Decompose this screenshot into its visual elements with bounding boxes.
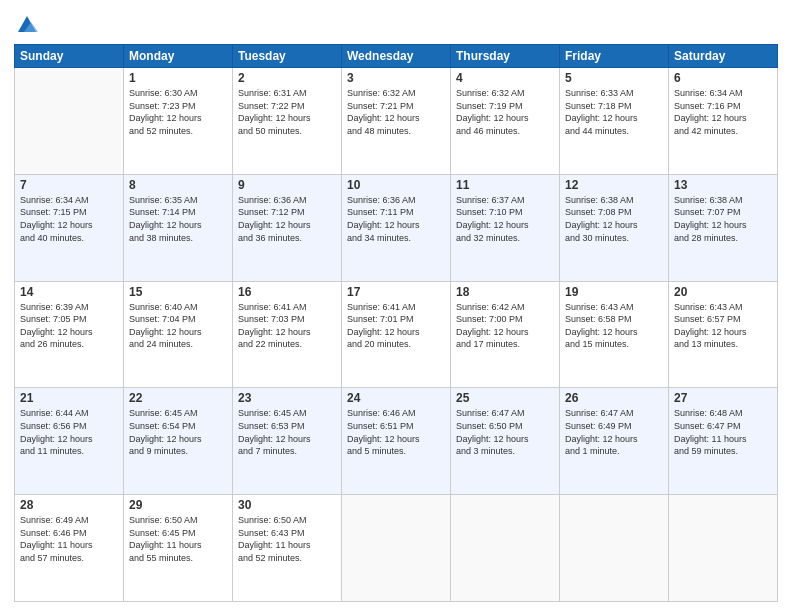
logo-text xyxy=(14,14,38,36)
cell-info: Sunrise: 6:43 AM Sunset: 6:57 PM Dayligh… xyxy=(674,301,772,351)
day-number: 5 xyxy=(565,71,663,85)
cell-info: Sunrise: 6:33 AM Sunset: 7:18 PM Dayligh… xyxy=(565,87,663,137)
day-number: 13 xyxy=(674,178,772,192)
calendar-cell: 19Sunrise: 6:43 AM Sunset: 6:58 PM Dayli… xyxy=(560,281,669,388)
cell-info: Sunrise: 6:44 AM Sunset: 6:56 PM Dayligh… xyxy=(20,407,118,457)
calendar-cell: 29Sunrise: 6:50 AM Sunset: 6:45 PM Dayli… xyxy=(124,495,233,602)
header xyxy=(14,10,778,36)
day-number: 20 xyxy=(674,285,772,299)
cell-info: Sunrise: 6:47 AM Sunset: 6:49 PM Dayligh… xyxy=(565,407,663,457)
day-number: 25 xyxy=(456,391,554,405)
day-number: 18 xyxy=(456,285,554,299)
calendar-cell: 15Sunrise: 6:40 AM Sunset: 7:04 PM Dayli… xyxy=(124,281,233,388)
day-number: 17 xyxy=(347,285,445,299)
day-number: 21 xyxy=(20,391,118,405)
calendar-week-row: 28Sunrise: 6:49 AM Sunset: 6:46 PM Dayli… xyxy=(15,495,778,602)
day-number: 10 xyxy=(347,178,445,192)
day-header-thursday: Thursday xyxy=(451,45,560,68)
day-header-friday: Friday xyxy=(560,45,669,68)
cell-info: Sunrise: 6:41 AM Sunset: 7:03 PM Dayligh… xyxy=(238,301,336,351)
day-number: 14 xyxy=(20,285,118,299)
calendar-table: SundayMondayTuesdayWednesdayThursdayFrid… xyxy=(14,44,778,602)
day-number: 12 xyxy=(565,178,663,192)
day-number: 6 xyxy=(674,71,772,85)
cell-info: Sunrise: 6:46 AM Sunset: 6:51 PM Dayligh… xyxy=(347,407,445,457)
calendar-cell: 24Sunrise: 6:46 AM Sunset: 6:51 PM Dayli… xyxy=(342,388,451,495)
calendar-cell: 26Sunrise: 6:47 AM Sunset: 6:49 PM Dayli… xyxy=(560,388,669,495)
calendar-header-row: SundayMondayTuesdayWednesdayThursdayFrid… xyxy=(15,45,778,68)
calendar-cell: 8Sunrise: 6:35 AM Sunset: 7:14 PM Daylig… xyxy=(124,174,233,281)
day-number: 1 xyxy=(129,71,227,85)
day-number: 11 xyxy=(456,178,554,192)
calendar-cell: 14Sunrise: 6:39 AM Sunset: 7:05 PM Dayli… xyxy=(15,281,124,388)
calendar-cell: 9Sunrise: 6:36 AM Sunset: 7:12 PM Daylig… xyxy=(233,174,342,281)
cell-info: Sunrise: 6:45 AM Sunset: 6:54 PM Dayligh… xyxy=(129,407,227,457)
calendar-cell: 21Sunrise: 6:44 AM Sunset: 6:56 PM Dayli… xyxy=(15,388,124,495)
day-number: 3 xyxy=(347,71,445,85)
calendar-cell: 25Sunrise: 6:47 AM Sunset: 6:50 PM Dayli… xyxy=(451,388,560,495)
day-number: 30 xyxy=(238,498,336,512)
cell-info: Sunrise: 6:50 AM Sunset: 6:45 PM Dayligh… xyxy=(129,514,227,564)
day-number: 19 xyxy=(565,285,663,299)
calendar-cell: 11Sunrise: 6:37 AM Sunset: 7:10 PM Dayli… xyxy=(451,174,560,281)
calendar-cell: 17Sunrise: 6:41 AM Sunset: 7:01 PM Dayli… xyxy=(342,281,451,388)
calendar-cell: 16Sunrise: 6:41 AM Sunset: 7:03 PM Dayli… xyxy=(233,281,342,388)
cell-info: Sunrise: 6:45 AM Sunset: 6:53 PM Dayligh… xyxy=(238,407,336,457)
day-number: 28 xyxy=(20,498,118,512)
day-number: 29 xyxy=(129,498,227,512)
calendar-cell: 6Sunrise: 6:34 AM Sunset: 7:16 PM Daylig… xyxy=(669,68,778,175)
calendar-cell: 12Sunrise: 6:38 AM Sunset: 7:08 PM Dayli… xyxy=(560,174,669,281)
cell-info: Sunrise: 6:36 AM Sunset: 7:11 PM Dayligh… xyxy=(347,194,445,244)
day-number: 8 xyxy=(129,178,227,192)
day-number: 23 xyxy=(238,391,336,405)
cell-info: Sunrise: 6:40 AM Sunset: 7:04 PM Dayligh… xyxy=(129,301,227,351)
calendar-cell: 4Sunrise: 6:32 AM Sunset: 7:19 PM Daylig… xyxy=(451,68,560,175)
cell-info: Sunrise: 6:34 AM Sunset: 7:16 PM Dayligh… xyxy=(674,87,772,137)
calendar-cell: 2Sunrise: 6:31 AM Sunset: 7:22 PM Daylig… xyxy=(233,68,342,175)
calendar-cell xyxy=(669,495,778,602)
cell-info: Sunrise: 6:43 AM Sunset: 6:58 PM Dayligh… xyxy=(565,301,663,351)
day-number: 7 xyxy=(20,178,118,192)
cell-info: Sunrise: 6:39 AM Sunset: 7:05 PM Dayligh… xyxy=(20,301,118,351)
cell-info: Sunrise: 6:35 AM Sunset: 7:14 PM Dayligh… xyxy=(129,194,227,244)
calendar-cell xyxy=(560,495,669,602)
calendar-cell: 1Sunrise: 6:30 AM Sunset: 7:23 PM Daylig… xyxy=(124,68,233,175)
day-header-wednesday: Wednesday xyxy=(342,45,451,68)
day-number: 24 xyxy=(347,391,445,405)
cell-info: Sunrise: 6:34 AM Sunset: 7:15 PM Dayligh… xyxy=(20,194,118,244)
day-header-saturday: Saturday xyxy=(669,45,778,68)
cell-info: Sunrise: 6:47 AM Sunset: 6:50 PM Dayligh… xyxy=(456,407,554,457)
day-number: 27 xyxy=(674,391,772,405)
day-number: 26 xyxy=(565,391,663,405)
cell-info: Sunrise: 6:37 AM Sunset: 7:10 PM Dayligh… xyxy=(456,194,554,244)
calendar-week-row: 1Sunrise: 6:30 AM Sunset: 7:23 PM Daylig… xyxy=(15,68,778,175)
day-header-tuesday: Tuesday xyxy=(233,45,342,68)
cell-info: Sunrise: 6:38 AM Sunset: 7:07 PM Dayligh… xyxy=(674,194,772,244)
cell-info: Sunrise: 6:48 AM Sunset: 6:47 PM Dayligh… xyxy=(674,407,772,457)
calendar-week-row: 7Sunrise: 6:34 AM Sunset: 7:15 PM Daylig… xyxy=(15,174,778,281)
calendar-cell: 18Sunrise: 6:42 AM Sunset: 7:00 PM Dayli… xyxy=(451,281,560,388)
cell-info: Sunrise: 6:32 AM Sunset: 7:21 PM Dayligh… xyxy=(347,87,445,137)
cell-info: Sunrise: 6:42 AM Sunset: 7:00 PM Dayligh… xyxy=(456,301,554,351)
calendar-cell: 13Sunrise: 6:38 AM Sunset: 7:07 PM Dayli… xyxy=(669,174,778,281)
day-number: 4 xyxy=(456,71,554,85)
cell-info: Sunrise: 6:32 AM Sunset: 7:19 PM Dayligh… xyxy=(456,87,554,137)
cell-info: Sunrise: 6:36 AM Sunset: 7:12 PM Dayligh… xyxy=(238,194,336,244)
day-number: 22 xyxy=(129,391,227,405)
day-number: 15 xyxy=(129,285,227,299)
calendar-cell xyxy=(451,495,560,602)
calendar-cell: 28Sunrise: 6:49 AM Sunset: 6:46 PM Dayli… xyxy=(15,495,124,602)
day-number: 16 xyxy=(238,285,336,299)
calendar-cell: 20Sunrise: 6:43 AM Sunset: 6:57 PM Dayli… xyxy=(669,281,778,388)
calendar-cell xyxy=(342,495,451,602)
calendar-cell: 3Sunrise: 6:32 AM Sunset: 7:21 PM Daylig… xyxy=(342,68,451,175)
calendar-cell xyxy=(15,68,124,175)
day-header-monday: Monday xyxy=(124,45,233,68)
cell-info: Sunrise: 6:30 AM Sunset: 7:23 PM Dayligh… xyxy=(129,87,227,137)
calendar-week-row: 14Sunrise: 6:39 AM Sunset: 7:05 PM Dayli… xyxy=(15,281,778,388)
calendar-cell: 5Sunrise: 6:33 AM Sunset: 7:18 PM Daylig… xyxy=(560,68,669,175)
calendar-cell: 27Sunrise: 6:48 AM Sunset: 6:47 PM Dayli… xyxy=(669,388,778,495)
calendar-cell: 30Sunrise: 6:50 AM Sunset: 6:43 PM Dayli… xyxy=(233,495,342,602)
cell-info: Sunrise: 6:50 AM Sunset: 6:43 PM Dayligh… xyxy=(238,514,336,564)
calendar-cell: 22Sunrise: 6:45 AM Sunset: 6:54 PM Dayli… xyxy=(124,388,233,495)
